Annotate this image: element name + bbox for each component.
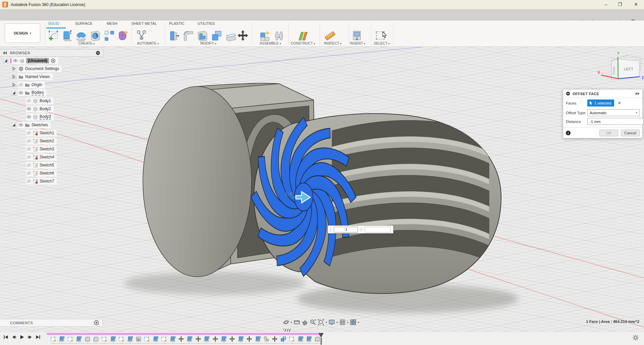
timeline-op-extrude-icon[interactable] <box>127 336 133 342</box>
group-modify[interactable]: MODIFY ▾ <box>200 41 216 45</box>
browser-item-label[interactable]: Body2 <box>40 107 51 111</box>
hole-icon[interactable] <box>89 29 101 42</box>
browser-item-label[interactable]: Named Views <box>25 74 50 79</box>
construct-plane-icon[interactable] <box>297 29 309 42</box>
grid-caret[interactable]: ▾ <box>347 321 348 324</box>
timeline-op-move-icon[interactable] <box>195 336 201 342</box>
timeline-resize-grip[interactable] <box>283 329 291 332</box>
dialog-header[interactable]: OFFSET FACE <box>563 89 642 98</box>
browser-item-label[interactable]: Sketch6 <box>40 171 54 176</box>
timeline-op-move-icon[interactable] <box>246 336 252 342</box>
browser-item-label[interactable]: Document Settings <box>25 66 59 71</box>
collapse-icon[interactable] <box>11 123 16 127</box>
browser-item-label[interactable]: Sketches <box>32 123 48 127</box>
distance-input[interactable] <box>587 118 644 125</box>
browser-item-sketch3[interactable]: Sketch3 <box>0 145 103 153</box>
timeline-op-extrude-icon[interactable] <box>221 336 227 342</box>
browser-item-label[interactable]: (Unsaved) <box>26 58 49 63</box>
workspace-selector[interactable]: DESIGN▾ <box>5 23 40 43</box>
browser-item-label[interactable]: Body3 <box>40 114 51 120</box>
group-select[interactable]: SELECT ▾ <box>374 41 390 45</box>
tab-plastic[interactable]: PLASTIC <box>169 21 184 25</box>
visibility-eye-icon[interactable] <box>18 90 23 95</box>
visibility-eye-off-icon[interactable] <box>26 131 31 135</box>
zoom-icon[interactable] <box>310 319 316 326</box>
browser-item-unsaved[interactable]: (Unsaved) <box>0 57 103 65</box>
orbit-icon[interactable] <box>283 319 289 326</box>
timeline-op-fillet-icon[interactable] <box>85 336 91 342</box>
browser-header[interactable]: BROWSER <box>0 49 103 57</box>
browser-item-label[interactable]: Sketch2 <box>40 139 54 143</box>
timeline-op-sketch-icon[interactable] <box>144 336 150 342</box>
group-inspect[interactable]: INSPECT ▾ <box>324 41 341 45</box>
form-icon[interactable] <box>117 29 129 42</box>
timeline-op-fillet-icon[interactable] <box>93 336 99 342</box>
joint-icon[interactable] <box>273 29 285 42</box>
tab-mesh[interactable]: MESH <box>107 21 117 25</box>
group-automate[interactable]: AUTOMATE ▾ <box>137 41 159 45</box>
timeline-op-sketch-icon[interactable] <box>67 336 73 342</box>
activate-component-icon[interactable] <box>51 58 56 63</box>
combine-icon[interactable] <box>211 29 223 42</box>
extrude-icon[interactable] <box>61 29 73 42</box>
fit-icon[interactable] <box>318 319 324 326</box>
secondary-field[interactable] <box>365 227 391 232</box>
look-at-icon[interactable] <box>293 319 300 326</box>
visibility-eye-icon[interactable] <box>18 123 23 127</box>
dialog-collapse-icon[interactable] <box>566 91 570 96</box>
browser-item-sketch6[interactable]: Sketch6 <box>0 169 103 177</box>
comments-panel[interactable]: COMMENTS <box>0 319 103 327</box>
automate-icon[interactable] <box>136 29 148 42</box>
visibility-eye-icon[interactable] <box>26 107 31 111</box>
dialog-dock-icon[interactable] <box>635 92 640 95</box>
expand-icon[interactable] <box>11 74 16 79</box>
visibility-eye-off-icon[interactable] <box>26 139 31 143</box>
collapse-panel-icon[interactable] <box>3 51 7 55</box>
expand-icon[interactable] <box>11 66 16 71</box>
tab-surface[interactable]: SURFACE <box>75 21 93 25</box>
visibility-eye-off-icon[interactable] <box>26 147 31 151</box>
visibility-eye-off-icon[interactable] <box>26 171 31 176</box>
browser-item-body3[interactable]: Body3 <box>0 113 103 121</box>
display-settings-icon[interactable] <box>328 319 335 326</box>
view-cube[interactable]: FRONT LEFT Y X Z <box>597 50 644 90</box>
timeline-op-extrude-icon[interactable] <box>59 336 65 342</box>
timeline-op-sketch-icon[interactable] <box>289 336 295 342</box>
timeline-op-extrude-icon[interactable] <box>298 336 304 342</box>
grid-settings-icon[interactable] <box>339 319 346 326</box>
floating-value-box[interactable] <box>328 225 393 233</box>
timeline-playhead-stem[interactable] <box>321 338 322 345</box>
visibility-eye-off-icon[interactable] <box>26 179 31 184</box>
visibility-eye-off-icon[interactable] <box>26 163 31 167</box>
browser-item-body1[interactable]: Body1 <box>0 97 103 105</box>
viewcube-face-label[interactable]: LEFT <box>624 67 633 71</box>
timeline-op-extrude-icon[interactable] <box>255 336 261 342</box>
pattern-icon[interactable] <box>103 29 115 42</box>
display-caret[interactable]: ▾ <box>336 321 338 324</box>
timeline-op-sketch-icon[interactable] <box>161 336 167 342</box>
browser-item-sketches[interactable]: Sketches <box>0 121 103 129</box>
viewport-3d[interactable]: 1.00 FRONT LEFT Y X Z BROWSER (Unsaved)D… <box>0 47 644 332</box>
browser-item-label[interactable]: Sketch5 <box>40 163 54 167</box>
faces-selected-chip[interactable]: 1 selected <box>587 99 614 107</box>
timeline-op-extrude-icon[interactable] <box>110 336 116 342</box>
faces-clear-icon[interactable]: ✕ <box>618 100 621 106</box>
restore-button[interactable]: ❐ <box>613 0 626 9</box>
timeline-op-extrude-icon[interactable] <box>170 336 176 342</box>
info-icon[interactable]: i <box>566 131 571 135</box>
collapse-icon[interactable] <box>11 90 16 95</box>
cancel-button[interactable]: Cancel <box>621 130 640 136</box>
group-insert[interactable]: INSERT ▾ <box>350 41 365 45</box>
browser-item-label[interactable]: Origin <box>32 82 42 87</box>
timeline-op-move-icon[interactable] <box>272 336 278 342</box>
group-assemble[interactable]: ASSEMBLE ▾ <box>260 41 281 45</box>
browser-item-label[interactable]: Body1 <box>40 98 51 103</box>
visibility-eye-off-icon[interactable] <box>18 82 23 87</box>
browser-item-sketch5[interactable]: Sketch5 <box>0 161 103 169</box>
expand-icon[interactable] <box>11 82 16 87</box>
timeline-op-extrude-icon[interactable] <box>306 336 312 342</box>
visibility-eye-off-icon[interactable] <box>26 98 31 103</box>
offset-type-select[interactable]: Automatic ▾ <box>587 109 640 116</box>
timeline-op-extrude-icon[interactable] <box>204 336 210 342</box>
orbit-caret[interactable]: ▾ <box>291 321 292 324</box>
